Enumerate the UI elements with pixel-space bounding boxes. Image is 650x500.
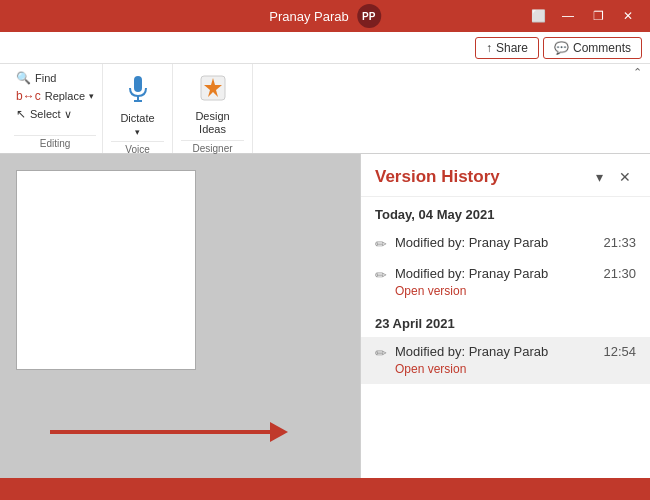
window-close-btn[interactable]: ✕ bbox=[614, 2, 642, 30]
version-entry-1-time: 21:33 bbox=[603, 235, 636, 250]
find-icon: 🔍 bbox=[16, 71, 31, 85]
pencil-icon-1: ✏ bbox=[375, 236, 387, 252]
version-panel-controls: ▾ ✕ bbox=[588, 166, 636, 188]
main-area: Version History ▾ ✕ Today, 04 May 2021 ✏… bbox=[0, 154, 650, 478]
version-entry-2[interactable]: ✏ Modified by: Pranay Parab Open version… bbox=[361, 259, 650, 306]
panel-close-button[interactable]: ✕ bbox=[614, 166, 636, 188]
share-button[interactable]: ↑ Share bbox=[475, 37, 539, 59]
comments-icon: 💬 bbox=[554, 41, 569, 55]
comments-button[interactable]: 💬 Comments bbox=[543, 37, 642, 59]
arrow-head bbox=[270, 422, 288, 442]
user-name-label: Pranay Parab bbox=[269, 9, 349, 24]
section-april-label: 23 April 2021 bbox=[361, 306, 650, 337]
open-version-link-1[interactable]: Open version bbox=[395, 284, 466, 298]
ribbon-collapse-button[interactable]: ⌃ bbox=[629, 64, 646, 81]
select-icon: ↖ bbox=[16, 107, 26, 121]
version-history-panel: Version History ▾ ✕ Today, 04 May 2021 ✏… bbox=[360, 154, 650, 478]
pencil-icon-2: ✏ bbox=[375, 267, 387, 283]
editing-items: 🔍 Find b↔c Replace ▾ ↖ Select ∨ bbox=[14, 70, 96, 135]
slide-area bbox=[0, 154, 360, 478]
title-bar-controls: ⬜ — ❐ ✕ bbox=[524, 2, 642, 30]
replace-icon: b↔c bbox=[16, 89, 41, 103]
svg-rect-0 bbox=[134, 76, 142, 92]
version-entry-1[interactable]: ✏ Modified by: Pranay Parab 21:33 bbox=[361, 228, 650, 259]
action-bar: ↑ Share 💬 Comments bbox=[0, 32, 650, 64]
window-restore-btn[interactable]: ⬜ bbox=[524, 2, 552, 30]
version-entry-3-content: Modified by: Pranay Parab Open version bbox=[395, 344, 595, 377]
find-button[interactable]: 🔍 Find bbox=[14, 70, 96, 86]
slide-thumbnail bbox=[16, 170, 196, 370]
dictate-button[interactable]: Dictate ▾ bbox=[114, 70, 160, 141]
version-entry-1-name: Modified by: Pranay Parab bbox=[395, 235, 595, 250]
design-ideas-button[interactable]: Design Ideas bbox=[189, 70, 235, 140]
dictate-label: Dictate bbox=[120, 112, 154, 125]
designer-icon bbox=[199, 74, 227, 108]
replace-chevron-icon: ▾ bbox=[89, 91, 94, 101]
ribbon-group-voice: Dictate ▾ Voice bbox=[103, 64, 173, 153]
version-entry-3-time: 12:54 bbox=[603, 344, 636, 359]
version-panel-header: Version History ▾ ✕ bbox=[361, 154, 650, 197]
title-bar: Pranay Parab PP ⬜ — ❐ ✕ bbox=[0, 0, 650, 32]
version-entry-2-name: Modified by: Pranay Parab bbox=[395, 266, 595, 281]
replace-button[interactable]: b↔c Replace ▾ bbox=[14, 88, 96, 104]
select-button[interactable]: ↖ Select ∨ bbox=[14, 106, 96, 122]
version-entry-3[interactable]: ✏ Modified by: Pranay Parab Open version… bbox=[361, 337, 650, 384]
ribbon-group-editing: 🔍 Find b↔c Replace ▾ ↖ Select ∨ Editing bbox=[8, 64, 103, 153]
share-icon: ↑ bbox=[486, 41, 492, 55]
design-ideas-label: Design Ideas bbox=[195, 110, 229, 136]
version-panel-title: Version History bbox=[375, 167, 500, 187]
dictate-icon bbox=[127, 74, 149, 110]
window-minimize-btn[interactable]: — bbox=[554, 2, 582, 30]
ribbon: 🔍 Find b↔c Replace ▾ ↖ Select ∨ Editing bbox=[0, 64, 650, 154]
window-maximize-btn[interactable]: ❐ bbox=[584, 2, 612, 30]
panel-options-button[interactable]: ▾ bbox=[588, 166, 610, 188]
status-bar bbox=[0, 478, 650, 500]
open-version-link-2[interactable]: Open version bbox=[395, 362, 466, 376]
version-entry-3-name: Modified by: Pranay Parab bbox=[395, 344, 595, 359]
version-entry-2-time: 21:30 bbox=[603, 266, 636, 281]
arrow-line bbox=[50, 430, 270, 434]
section-today-label: Today, 04 May 2021 bbox=[361, 197, 650, 228]
version-entry-1-content: Modified by: Pranay Parab bbox=[395, 235, 595, 250]
version-entry-2-content: Modified by: Pranay Parab Open version bbox=[395, 266, 595, 299]
ribbon-group-designer: Design Ideas Designer bbox=[173, 64, 253, 153]
editing-group-label: Editing bbox=[14, 135, 96, 153]
pencil-icon-3: ✏ bbox=[375, 345, 387, 361]
user-avatar: PP bbox=[357, 4, 381, 28]
dictate-chevron-icon: ▾ bbox=[135, 127, 140, 137]
arrow-indicator bbox=[50, 422, 288, 442]
title-bar-center: Pranay Parab PP bbox=[269, 4, 381, 28]
